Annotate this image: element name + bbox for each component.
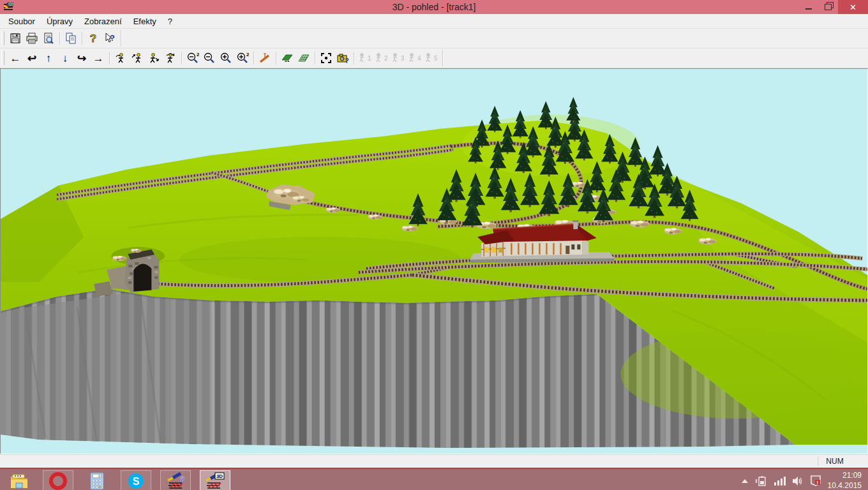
copy-button[interactable] [63, 31, 79, 46]
svg-text:5: 5 [434, 55, 438, 62]
fullscreen-icon [320, 52, 333, 64]
network-signal-icon [774, 477, 786, 486]
opera-icon [49, 472, 67, 490]
menu-bar: Soubor Úpravy Zobrazení Efekty ? [0, 14, 868, 29]
save-button[interactable] [7, 31, 24, 46]
rotate-right-button[interactable]: ↪ [73, 50, 90, 66]
wintrack-8-icon: 8 [165, 471, 186, 490]
terrain-view-icon [281, 52, 294, 64]
hidden-icons-chevron-icon [741, 478, 749, 484]
terrain-view-button[interactable] [279, 50, 296, 66]
zoom-in-fast-button[interactable]: 2 [234, 50, 251, 66]
toolbar-3d: ← ↩ ↑ ↓ ↪ → [0, 48, 868, 68]
camera-2-button[interactable]: 2 [373, 50, 390, 66]
volume-control[interactable] [792, 476, 804, 486]
status-bar: NUM [0, 454, 868, 468]
taskbar-clock[interactable]: 21:09 10.4.2015 [828, 471, 862, 490]
print-preview-icon [42, 32, 55, 45]
move-up-button[interactable]: ↑ [40, 50, 57, 66]
observer-down-button[interactable] [146, 50, 162, 66]
svg-text:S: S [133, 476, 140, 487]
menu-help[interactable]: ? [162, 15, 178, 27]
print-preview-button[interactable] [40, 31, 57, 46]
toolbar-gripper[interactable] [1, 51, 4, 65]
svg-text:?: ? [110, 33, 115, 43]
close-button[interactable]: ✕ [838, 0, 868, 14]
taskbar-wintrack-3d[interactable]: 3D [200, 470, 230, 490]
minimize-button[interactable] [798, 0, 818, 14]
toolbar-separator [82, 32, 82, 45]
move-left-button[interactable]: ← [7, 50, 24, 66]
context-help-button[interactable]: ? [101, 31, 118, 46]
observer-up-button[interactable] [129, 50, 146, 66]
snapshot-button[interactable]: ? [334, 50, 351, 66]
svg-text:2: 2 [197, 52, 199, 57]
print-button[interactable] [24, 31, 40, 46]
network-status[interactable] [774, 477, 786, 486]
window-title: 3D - pohled - [track1] [0, 2, 868, 12]
zoom-in-button[interactable] [218, 50, 234, 66]
svg-text:?: ? [345, 57, 348, 64]
zoom-in-fast-icon: 2 [236, 52, 249, 64]
save-icon [9, 32, 22, 45]
menu-soubor[interactable]: Soubor [3, 15, 41, 27]
svg-text:1: 1 [368, 55, 371, 62]
taskbar-file-explorer[interactable] [4, 469, 34, 490]
toolbar-separator [109, 52, 110, 64]
svg-text:4: 4 [417, 55, 421, 62]
zoom-out-fast-button[interactable]: 2 [184, 50, 201, 66]
rotate-left-button[interactable]: ↩ [24, 50, 40, 66]
fullscreen-button[interactable] [318, 50, 334, 66]
taskbar-calculator[interactable]: 0 [82, 469, 112, 490]
svg-text:!: ! [816, 480, 818, 485]
camera-3-button[interactable]: 3 [390, 50, 407, 66]
menu-efekty[interactable]: Efekty [128, 15, 162, 27]
move-right-button[interactable]: → [90, 50, 107, 66]
zoom-out-button[interactable] [201, 50, 218, 66]
move-down-button[interactable]: ↓ [57, 50, 73, 66]
hidden-icons-button[interactable] [741, 478, 749, 484]
observer-turn-button[interactable] [162, 50, 179, 66]
taskbar-skype[interactable]: S [121, 470, 151, 490]
svg-text:8: 8 [181, 475, 184, 483]
gradient-tool-button[interactable] [257, 50, 273, 66]
camera-1-icon: 1 [358, 52, 372, 64]
camera-1-button[interactable]: 1 [357, 50, 373, 66]
toolbar-separator [315, 52, 315, 64]
svg-text:2: 2 [246, 52, 249, 57]
3d-viewport[interactable] [0, 68, 868, 454]
clock-time: 21:09 [828, 471, 862, 481]
wireframe-view-icon [297, 52, 310, 64]
zoom-out-icon [203, 52, 216, 64]
menu-zobrazeni[interactable]: Zobrazení [79, 15, 128, 27]
toolbar-standard: ? ? [0, 29, 868, 48]
camera-5-button[interactable]: 5 [423, 50, 440, 66]
zoom-in-icon [220, 52, 232, 64]
clock-date: 10.4.2015 [828, 481, 862, 490]
action-center[interactable]: ! [810, 475, 821, 486]
move-down-icon: ↓ [63, 53, 68, 64]
toolbar-gripper[interactable] [1, 31, 4, 45]
restore-button[interactable] [818, 0, 838, 14]
svg-text:3: 3 [401, 55, 405, 62]
context-help-icon: ? [103, 32, 116, 45]
walk-mode-button[interactable] [112, 50, 129, 66]
file-explorer-icon [10, 473, 29, 489]
menu-upravy[interactable]: Úpravy [41, 15, 79, 27]
taskbar-opera[interactable] [43, 470, 73, 490]
toolbar-separator [354, 52, 354, 64]
desktop: 3D 3D - pohled - [track1] ✕ Soubor Úprav… [0, 0, 868, 490]
svg-text:0: 0 [98, 474, 100, 478]
help-button[interactable]: ? [85, 31, 101, 46]
taskbar-wintrack-8[interactable]: 8 [160, 470, 191, 490]
battery-status[interactable] [755, 476, 768, 486]
toolbar-separator [59, 32, 60, 45]
svg-text:2: 2 [384, 55, 388, 62]
rotate-left-icon: ↩ [27, 53, 36, 64]
observer-up-icon [131, 52, 144, 64]
wireframe-view-button[interactable] [296, 50, 312, 66]
title-bar: 3D 3D - pohled - [track1] ✕ [0, 0, 868, 14]
help-icon: ? [87, 32, 100, 45]
camera-2-icon: 2 [375, 52, 389, 64]
camera-4-button[interactable]: 4 [407, 50, 423, 66]
